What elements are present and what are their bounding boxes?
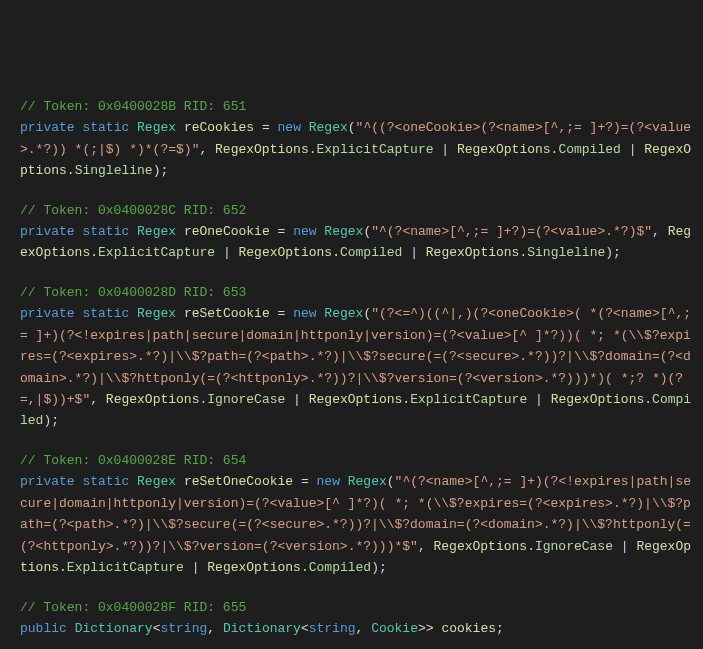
field-declaration-3: // Token: 0x0400028E RID: 654 private st…: [20, 450, 703, 579]
comment-token: // Token: 0x0400028D RID: 653: [20, 285, 246, 300]
comment-token: // Token: 0x0400028E RID: 654: [20, 453, 246, 468]
code-editor: // Token: 0x0400028B RID: 651 private st…: [20, 96, 703, 640]
field-declaration-cookies: // Token: 0x0400028F RID: 655 public Dic…: [20, 597, 703, 640]
comment-token: // Token: 0x0400028F RID: 655: [20, 600, 246, 615]
field-declaration-2: // Token: 0x0400028D RID: 653 private st…: [20, 282, 703, 432]
field-declaration-1: // Token: 0x0400028C RID: 652 private st…: [20, 200, 703, 264]
field-declaration-0: // Token: 0x0400028B RID: 651 private st…: [20, 96, 703, 182]
comment-token: // Token: 0x0400028C RID: 652: [20, 203, 246, 218]
comment-token: // Token: 0x0400028B RID: 651: [20, 99, 246, 114]
